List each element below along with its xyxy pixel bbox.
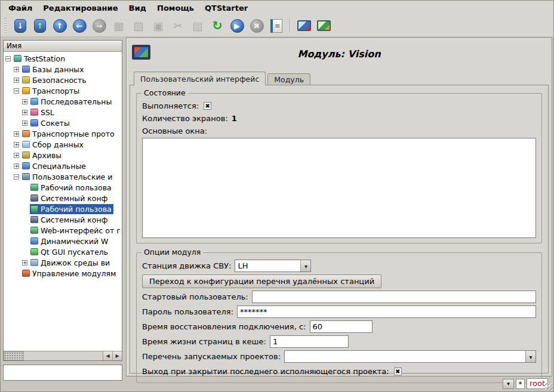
- tree-item[interactable]: +Специальные: [4, 160, 122, 171]
- tree-item[interactable]: Динамический W: [4, 236, 122, 246]
- menu-qtstarter[interactable]: QTStarter: [199, 2, 253, 14]
- exit-on-close-checkbox[interactable]: ✖: [394, 368, 402, 375]
- station-label: Станция движка СВУ:: [142, 261, 231, 270]
- scroll-left-icon[interactable]: [103, 351, 112, 360]
- vision-module-icon: [132, 45, 150, 60]
- tree-item-label: Web-интерфейс от п: [41, 226, 120, 235]
- save-to-db-icon[interactable]: ↑: [32, 17, 48, 34]
- tab-module[interactable]: Модуль: [267, 73, 310, 85]
- menu-view[interactable]: Вид: [124, 2, 152, 14]
- tree-item[interactable]: −TestStation: [4, 53, 122, 64]
- station-combobox[interactable]: LH: [235, 260, 311, 272]
- toolbar-separator: [290, 18, 291, 33]
- menu-edit[interactable]: Редактирование: [38, 2, 123, 14]
- vcaengine-icon: [30, 259, 38, 266]
- projects-list-label: Перечень запускаемых проектов:: [142, 352, 281, 361]
- expander-icon[interactable]: +: [22, 121, 27, 126]
- page-title: Модуль: Vision: [127, 38, 552, 60]
- reconnect-time-input[interactable]: [310, 320, 373, 333]
- tree-item[interactable]: +Базы данных: [4, 64, 122, 75]
- add-item-icon: ▦: [110, 17, 127, 34]
- resize-grip[interactable]: [545, 383, 553, 391]
- cut-item-icon: ✂: [170, 17, 186, 34]
- expander-icon[interactable]: +: [14, 163, 19, 169]
- expander-icon[interactable]: +: [22, 260, 27, 266]
- expander-icon[interactable]: +: [14, 131, 19, 137]
- running-checkbox[interactable]: ✖: [204, 102, 211, 110]
- tree-item[interactable]: Управление модулям: [4, 268, 122, 279]
- tree-horizontal-scrollbar[interactable]: [4, 351, 122, 360]
- content: Имя −TestStation+Базы данных+Безопасност…: [1, 37, 553, 391]
- tree-item[interactable]: Web-интерфейс от п: [4, 225, 122, 236]
- expander-icon[interactable]: −: [14, 88, 19, 94]
- tree-item[interactable]: Qt GUI пускатель: [4, 246, 122, 257]
- toolbar-handle[interactable]: [4, 18, 7, 33]
- tree-item-label: Последовательны: [41, 97, 112, 106]
- menu-file[interactable]: Файл: [3, 2, 38, 14]
- tree-item[interactable]: Рабочий пользова: [4, 182, 122, 193]
- go-back-icon[interactable]: ←: [71, 17, 88, 34]
- tree-item[interactable]: +Архивы: [4, 150, 122, 160]
- security-icon: [22, 76, 30, 84]
- status-star-button[interactable]: *: [516, 379, 525, 389]
- expander-icon[interactable]: +: [22, 99, 27, 104]
- tree-item-label: Управление модулям: [32, 269, 116, 278]
- expander-icon[interactable]: +: [14, 67, 19, 72]
- scrollbar-track[interactable]: [24, 351, 103, 360]
- expander-icon[interactable]: −: [5, 56, 11, 61]
- qtcfg-launcher-icon[interactable]: [315, 17, 332, 34]
- expander-icon[interactable]: −: [14, 174, 19, 180]
- tab-user-interface[interactable]: Пользовательский интерфейс: [134, 72, 266, 85]
- cache-lifetime-input[interactable]: [270, 335, 349, 348]
- expander-icon[interactable]: +: [14, 78, 19, 83]
- menu-help[interactable]: Помощь: [152, 2, 199, 14]
- expander-icon[interactable]: +: [14, 142, 19, 147]
- tree-item[interactable]: −Транспорты: [4, 85, 122, 96]
- main-panel: Модуль: Vision Пользовательский интерфей…: [126, 38, 552, 376]
- modules-icon: [22, 270, 30, 277]
- status-dropdown[interactable]: [503, 379, 514, 389]
- tree-item[interactable]: +Сбор данных: [4, 139, 122, 150]
- projects-combobox-button[interactable]: [525, 351, 535, 362]
- tree-item-label: SSL: [41, 108, 54, 117]
- start-user-input[interactable]: [252, 291, 536, 303]
- main-windows-label: Основные окна:: [142, 126, 207, 135]
- tree-item-label: Архивы: [32, 151, 61, 160]
- main-windows-list[interactable]: [142, 138, 536, 238]
- running-label: Выполняется:: [142, 101, 199, 110]
- manual-icon[interactable]: ≡: [268, 17, 285, 34]
- remote-stations-button[interactable]: Переход к конфигурации перечня удалённых…: [142, 274, 381, 288]
- reconnect-time-label: Время восстановления подключения, с:: [142, 322, 306, 331]
- chevron-down-icon: [304, 261, 307, 270]
- start-update-icon[interactable]: ▶: [229, 17, 245, 34]
- toolbar: ↓↑↑←→▦▧▣✂▤↻▶✖≡: [1, 15, 553, 37]
- go-forward-icon: →: [91, 17, 107, 34]
- statusbar: * root: [503, 378, 548, 389]
- tree-item[interactable]: +Сокеты: [4, 118, 122, 128]
- stop-update-icon: ✖: [248, 17, 265, 34]
- expander-icon[interactable]: +: [14, 153, 19, 158]
- scroll-right-icon[interactable]: [112, 351, 122, 360]
- vision-launcher-icon[interactable]: [296, 17, 312, 34]
- password-input[interactable]: [237, 305, 536, 318]
- load-from-db-icon[interactable]: ↓: [12, 17, 29, 34]
- refresh-icon[interactable]: ↻: [209, 17, 226, 34]
- expander-icon[interactable]: +: [22, 110, 27, 115]
- tree-item[interactable]: +Безопасность: [4, 75, 122, 85]
- tree-item[interactable]: +Транспортные прото: [4, 128, 122, 139]
- delete-item-icon: ▧: [130, 17, 147, 34]
- left-panel-input[interactable]: [3, 365, 122, 381]
- tree-item[interactable]: +SSL: [4, 107, 122, 118]
- tree-item-label: Специальные: [32, 162, 86, 171]
- tree-item[interactable]: Системный конф: [4, 214, 122, 225]
- tree-item[interactable]: +Последовательны: [4, 96, 122, 107]
- projects-combobox[interactable]: [284, 350, 536, 363]
- scrollbar-thumb[interactable]: [4, 351, 24, 360]
- station-combobox-button[interactable]: [300, 260, 310, 271]
- tree-item[interactable]: Рабочий пользова: [4, 203, 122, 214]
- tree-item[interactable]: −Пользовательские и: [4, 171, 122, 182]
- tree-item[interactable]: Системный конф: [4, 193, 122, 203]
- tree-item[interactable]: +Движок среды ви: [4, 257, 122, 268]
- tree-item-label: Пользовательские и: [32, 172, 112, 181]
- up-level-icon[interactable]: ↑: [51, 17, 68, 34]
